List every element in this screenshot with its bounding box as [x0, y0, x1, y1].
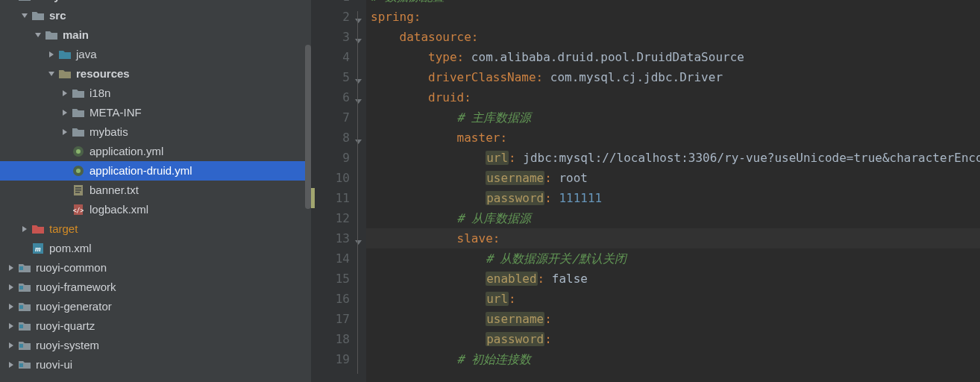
chevron-right-icon[interactable]: [6, 263, 16, 273]
chevron-right-icon[interactable]: [19, 224, 30, 234]
code-token: com.mysql.cj.jdbc.Driver: [550, 70, 723, 84]
code-token: # 从数据源开关/默认关闭: [486, 251, 626, 266]
chevron-right-icon[interactable]: [46, 49, 57, 60]
tree-node-label: ruoyi-ui: [36, 355, 72, 369]
code-line[interactable]: password: 111111: [366, 188, 980, 208]
line-number[interactable]: 12: [311, 208, 350, 228]
line-number[interactable]: 18: [311, 329, 350, 349]
code-line[interactable]: # 数据源配置: [366, 0, 980, 7]
chevron-right-icon[interactable]: [60, 107, 70, 118]
chevron-right-icon[interactable]: [60, 88, 70, 98]
code-line[interactable]: # 从数据源开关/默认关闭: [366, 248, 980, 269]
chevron-right-icon[interactable]: [6, 301, 16, 312]
res-folder-icon: [58, 67, 72, 81]
project-tree[interactable]: ruoyi-adminsrcmainjavaresourcesi18nMETA-…: [0, 0, 311, 369]
editor-code-area[interactable]: # 数据源配置spring: datasource: type: com.ali…: [366, 0, 980, 382]
line-number[interactable]: 15: [311, 269, 350, 289]
line-number[interactable]: 17: [311, 309, 350, 329]
code-token: url: [486, 292, 509, 306]
line-number[interactable]: 13: [311, 228, 350, 248]
tree-node-java[interactable]: java: [0, 45, 311, 64]
line-number[interactable]: 1: [311, 0, 350, 7]
code-token: [371, 50, 428, 64]
tree-scrollbar-thumb[interactable]: [305, 45, 311, 209]
line-number[interactable]: 11: [311, 188, 350, 208]
line-number[interactable]: 2: [311, 7, 350, 27]
chevron-right-icon[interactable]: [6, 282, 16, 292]
chevron-right-icon[interactable]: [6, 321, 16, 331]
txt-icon: [72, 184, 85, 197]
tree-node-mybatis[interactable]: mybatis: [0, 122, 311, 142]
tree-node-banner-txt[interactable]: banner.txt: [0, 181, 311, 200]
tree-node-ruoyi-ui[interactable]: ruoyi-ui: [0, 355, 311, 369]
chevron-right-icon[interactable]: [6, 360, 16, 369]
line-number[interactable]: 8: [311, 128, 350, 148]
chevron-down-icon[interactable]: [6, 0, 16, 1]
code-line[interactable]: # 初始连接数: [366, 349, 980, 369]
tree-node-label: application.yml: [89, 142, 163, 161]
tree-node-target[interactable]: target: [0, 219, 311, 239]
editor-gutter[interactable]: 12345678910111213141516171819: [311, 0, 366, 382]
folder-icon: [45, 28, 58, 42]
code-token: :: [457, 50, 471, 64]
line-number[interactable]: 5: [311, 67, 350, 87]
tree-node-ruoyi-framework[interactable]: ruoyi-framework: [0, 278, 311, 297]
tree-node-src[interactable]: src: [0, 6, 311, 25]
line-number[interactable]: 19: [311, 349, 350, 369]
code-token: [371, 272, 486, 286]
tree-node-pom-xml[interactable]: mpom.xml: [0, 239, 311, 258]
chevron-right-icon[interactable]: [6, 340, 16, 351]
tree-node-main[interactable]: main: [0, 25, 311, 45]
code-line[interactable]: username: root: [366, 168, 980, 188]
code-line[interactable]: druid:: [366, 87, 980, 107]
chevron-down-icon[interactable]: [33, 30, 43, 40]
yml-icon: [72, 145, 85, 158]
code-line[interactable]: username:: [366, 309, 980, 329]
chevron-down-icon[interactable]: [46, 69, 57, 79]
code-line[interactable]: password:: [366, 329, 980, 349]
line-number[interactable]: 14: [311, 248, 350, 269]
tree-node-ruoyi-common[interactable]: ruoyi-common: [0, 258, 311, 278]
tree-node-label: target: [49, 219, 78, 239]
line-number[interactable]: 9: [311, 148, 350, 168]
tree-node-application-druid-yml[interactable]: application-druid.yml: [0, 161, 311, 181]
line-number[interactable]: 3: [311, 27, 350, 47]
tree-node-logback-xml[interactable]: </>logback.xml: [0, 200, 311, 219]
code-token: :: [538, 272, 552, 286]
code-line[interactable]: # 从库数据源: [366, 208, 980, 228]
code-token: :: [536, 70, 550, 84]
chevron-right-icon[interactable]: [60, 127, 70, 137]
tree-node-application-yml[interactable]: application.yml: [0, 142, 311, 161]
folder-icon: [31, 9, 45, 22]
code-token: # 从库数据源: [457, 211, 531, 225]
code-line[interactable]: # 主库数据源: [366, 107, 980, 128]
tree-node-ruoyi-quartz[interactable]: ruoyi-quartz: [0, 316, 311, 336]
code-token: :: [509, 151, 523, 165]
code-line[interactable]: driverClassName: com.mysql.cj.jdbc.Drive…: [366, 67, 980, 87]
code-line[interactable]: enabled: false: [366, 269, 980, 289]
tree-node-ruoyi-generator[interactable]: ruoyi-generator: [0, 297, 311, 316]
chevron-down-icon[interactable]: [19, 10, 30, 21]
svg-rect-17: [19, 344, 23, 348]
code-line[interactable]: datasource:: [366, 27, 980, 47]
code-token: :: [471, 30, 479, 44]
line-number[interactable]: 10: [311, 168, 350, 188]
module-icon: [18, 0, 31, 3]
code-token: [371, 292, 486, 306]
code-line[interactable]: url:: [366, 289, 980, 309]
line-number[interactable]: 6: [311, 87, 350, 107]
code-line[interactable]: type: com.alibaba.druid.pool.DruidDataSo…: [366, 47, 980, 67]
fold-column[interactable]: [353, 0, 363, 382]
tree-node-i18n[interactable]: i18n: [0, 84, 311, 103]
tree-node-ruoyi-admin[interactable]: ruoyi-admin: [0, 0, 311, 6]
tree-node-ruoyi-system[interactable]: ruoyi-system: [0, 336, 311, 355]
code-line[interactable]: slave:: [366, 228, 980, 248]
line-number[interactable]: 7: [311, 107, 350, 128]
tree-node-resources[interactable]: resources: [0, 64, 311, 84]
code-line[interactable]: url: jdbc:mysql://localhost:3306/ry-vue?…: [366, 148, 980, 168]
code-line[interactable]: spring:: [366, 7, 980, 27]
tree-node-meta-inf[interactable]: META-INF: [0, 103, 311, 122]
line-number[interactable]: 4: [311, 47, 350, 67]
line-number[interactable]: 16: [311, 289, 350, 309]
code-line[interactable]: master:: [366, 128, 980, 148]
